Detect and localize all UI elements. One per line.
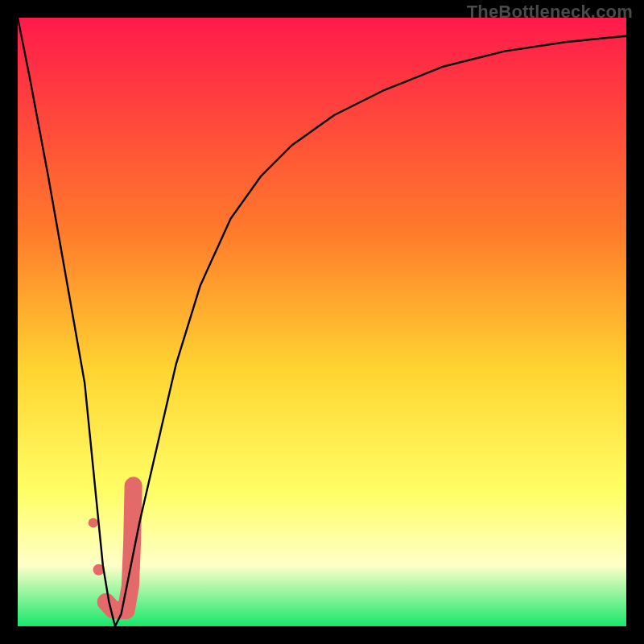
plot-svg	[18, 18, 626, 626]
plot-area	[18, 18, 626, 626]
chart-frame: TheBottleneck.com	[0, 0, 644, 644]
gradient-background	[18, 18, 626, 626]
watermark-text: TheBottleneck.com	[467, 2, 633, 23]
hook-dot-icon	[89, 518, 98, 527]
